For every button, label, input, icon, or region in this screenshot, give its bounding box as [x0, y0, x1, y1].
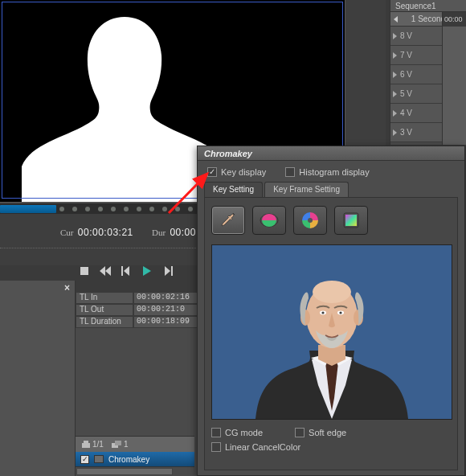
cur-label: Cur — [60, 228, 74, 237]
histogram-display-checkbox[interactable]: Histogram display — [285, 167, 369, 177]
key-display-checkbox[interactable]: Key display — [207, 167, 266, 177]
svg-rect-1 — [84, 441, 88, 443]
dialog-title[interactable]: Chromakey — [198, 146, 464, 161]
color-wheel-tool-2[interactable] — [293, 206, 327, 235]
svg-point-17 — [339, 311, 341, 314]
checkbox-icon — [211, 442, 221, 452]
rewind-button[interactable] — [98, 265, 112, 278]
svg-rect-0 — [82, 443, 90, 448]
gradient-rect-icon — [341, 211, 361, 230]
svg-rect-3 — [115, 441, 121, 445]
fx-enabled-checkbox[interactable]: ✓ — [80, 455, 89, 464]
color-wheel-tool-1[interactable] — [252, 206, 286, 235]
checkbox-icon — [285, 167, 295, 177]
tab-keyframe-setting[interactable]: Key Frame Setting — [264, 182, 349, 197]
linear-cancel-checkbox[interactable]: Linear CancelColor — [211, 442, 451, 452]
color-wheel-icon — [300, 210, 321, 231]
checkbox-icon — [295, 428, 305, 437]
expand-icon[interactable] — [393, 52, 397, 59]
eyedropper-tool[interactable] — [211, 206, 245, 235]
chromakey-dialog: Chromakey Key display Histogram display … — [197, 146, 465, 476]
interval-label: 1 Second — [411, 14, 445, 23]
scrub-progress — [0, 205, 56, 213]
stack-icon — [82, 441, 90, 449]
checkbox-icon — [207, 167, 217, 177]
step-back-button[interactable] — [119, 265, 133, 278]
cg-mode-checkbox[interactable]: CG mode — [211, 428, 263, 437]
checkbox-icon — [211, 428, 221, 437]
key-options: CG mode Soft edge Linear CancelColor — [211, 428, 451, 452]
soft-edge-checkbox[interactable]: Soft edge — [295, 428, 346, 437]
tl-out-label: TL Out — [76, 304, 133, 316]
dialog-tabs: Key Setting Key Frame Setting — [204, 182, 458, 197]
eyedropper-icon — [219, 211, 237, 229]
stack2-icon — [112, 441, 121, 449]
fx-counter[interactable]: 1/1 — [82, 440, 104, 449]
tab-body: CG mode Soft edge Linear CancelColor — [204, 197, 458, 470]
timeline-head: 00:00 — [442, 12, 466, 27]
fx-footer: 1/1 1 — [76, 436, 194, 452]
hscroll[interactable] — [76, 466, 194, 476]
fx-item-selected[interactable]: ✓ Chromakey — [76, 452, 194, 466]
svg-point-13 — [313, 281, 351, 303]
picker-tool-row — [211, 206, 451, 235]
svg-point-7 — [308, 218, 313, 223]
subject-portrait — [247, 261, 416, 419]
timeline-body[interactable] — [442, 27, 466, 145]
sequence-tab[interactable]: Sequence1 — [390, 0, 466, 12]
tl-in-label: TL In — [76, 292, 133, 304]
svg-rect-9 — [345, 215, 357, 226]
panel-info: TL In00:00:02:16 TL Out00:00:21:0 TL Dur… — [76, 292, 204, 476]
rectangle-tool[interactable] — [334, 206, 368, 235]
expand-icon[interactable] — [393, 110, 397, 117]
fx-item-label: Chromakey — [108, 455, 149, 464]
cur-value: 00:00:03:21 — [78, 227, 133, 238]
close-icon[interactable]: × — [64, 282, 70, 293]
key-preview-frame[interactable] — [211, 244, 452, 420]
expand-icon[interactable] — [393, 91, 397, 97]
tl-dur-label: TL Duration — [76, 316, 133, 328]
panel-left: × — [0, 281, 76, 476]
play-button[interactable] — [140, 265, 153, 278]
tracks-panel: Sequence1 1 Second 00:00 8 V 7 V 6 V 5 V… — [390, 0, 466, 145]
expand-icon[interactable] — [393, 72, 397, 78]
color-lens-icon — [259, 210, 280, 231]
fx-type-icon — [94, 455, 104, 463]
tl-dur-value: 00:00:18:09 — [133, 316, 198, 328]
svg-point-15 — [321, 311, 324, 314]
clip-info-table: TL In00:00:02:16 TL Out00:00:21:0 TL Dur… — [76, 292, 204, 328]
expand-icon[interactable] — [393, 33, 397, 39]
tab-key-setting[interactable]: Key Setting — [204, 182, 263, 197]
tl-out-value: 00:00:21:0 — [133, 304, 198, 316]
step-fwd-button[interactable] — [161, 265, 174, 278]
stop-button[interactable] — [77, 265, 91, 278]
fx-alt[interactable]: 1 — [112, 440, 129, 449]
interval-prev-icon[interactable] — [394, 16, 398, 23]
dur-label: Dur — [152, 228, 166, 237]
transport-controls — [77, 262, 174, 280]
expand-icon[interactable] — [393, 129, 397, 136]
tl-in-value: 00:00:02:16 — [133, 292, 198, 304]
